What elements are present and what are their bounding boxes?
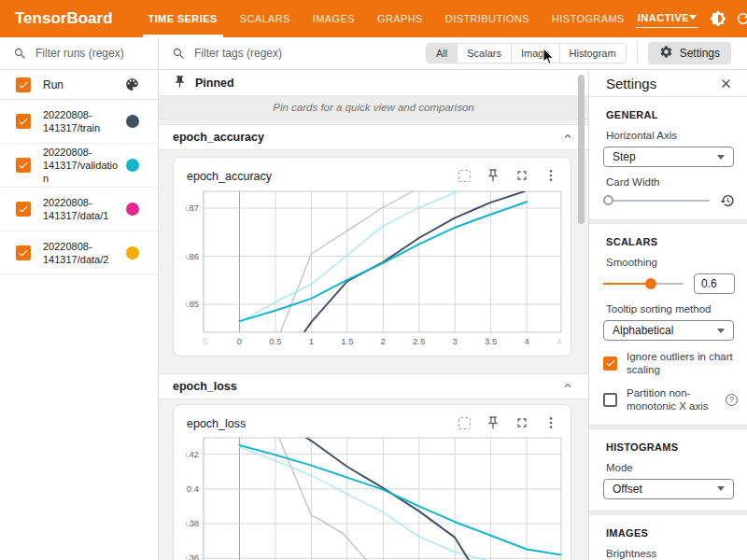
run-list: 20220808-141317/train20220808-141317/val… <box>0 100 158 275</box>
svg-text:2: 2 <box>381 336 386 346</box>
mode-label: Mode <box>606 462 730 473</box>
status-dropdown[interactable]: INACTIVE <box>636 10 698 28</box>
run-list-item: 20220808-141317/validation <box>0 144 158 188</box>
settings-button[interactable]: Settings <box>648 42 731 64</box>
filter-scalars-button[interactable]: Scalars <box>457 44 511 63</box>
pinned-empty-message: Pin cards for a quick view and compariso… <box>159 96 588 119</box>
tab-histograms[interactable]: HISTOGRAMS <box>541 0 636 37</box>
run-color-dot <box>126 246 139 259</box>
chevron-up-icon[interactable] <box>561 130 574 146</box>
settings-heading-histograms: HISTOGRAMS <box>606 441 747 453</box>
pin-card-icon[interactable] <box>486 415 500 430</box>
partition-non-monotonic-x-axis-label: Partition non-monotonic X axis <box>627 386 721 413</box>
svg-text:0.42: 0.42 <box>186 449 199 459</box>
tensorboard-logo: TensorBoard <box>15 9 113 28</box>
more-options-icon[interactable] <box>543 168 558 183</box>
mode-select[interactable]: Offset <box>603 479 734 499</box>
smoothing-slider[interactable] <box>603 277 684 290</box>
run-checkbox[interactable] <box>16 158 31 173</box>
section-epoch-accuracy[interactable]: epoch_accuracy <box>159 124 588 150</box>
svg-text:3.5: 3.5 <box>485 336 497 346</box>
smoothing-row <box>603 273 735 294</box>
settings-panel: Settings GENERALHorizontal AxisStepCard … <box>588 70 747 560</box>
slider-thumb[interactable] <box>603 195 613 205</box>
tab-graphs[interactable]: GRAPHS <box>366 0 434 37</box>
svg-text:0.86: 0.86 <box>186 251 199 261</box>
pin-icon <box>173 75 187 91</box>
chevron-down-icon <box>689 15 697 20</box>
fit-domain-icon[interactable] <box>457 168 472 183</box>
cards-content: Pinned Pin cards for a quick view and co… <box>159 70 588 560</box>
run-name: 20220808-141317/train <box>43 108 120 135</box>
help-icon[interactable]: ? <box>726 394 738 406</box>
vertical-scrollbar[interactable] <box>578 75 585 224</box>
ignore-outliers-in-chart-scaling-row: Ignore outliers in chart scaling <box>603 350 738 377</box>
tag-filter-input[interactable] <box>194 47 381 60</box>
epoch-accuracy-chart[interactable]: 0.850.860.8700.511.522.533.5454 <box>186 186 571 352</box>
svg-text:1: 1 <box>309 336 314 346</box>
svg-text:0.36: 0.36 <box>186 553 199 560</box>
tab-distributions[interactable]: DISTRIBUTIONS <box>434 0 541 37</box>
filter-all-button[interactable]: All <box>427 44 457 63</box>
pinned-title: Pinned <box>195 77 234 90</box>
svg-text:0.87: 0.87 <box>186 203 199 213</box>
tooltip-sorting-method-select[interactable]: Alphabetical <box>603 320 734 341</box>
toolbar-divider <box>637 42 638 64</box>
dark-mode-icon[interactable] <box>710 10 726 27</box>
smoothing-value-input[interactable] <box>694 273 735 294</box>
settings-heading-scalars: SCALARS <box>606 236 747 247</box>
run-color-dot <box>126 115 139 128</box>
run-name: 20220808-141317/data/2 <box>43 240 120 267</box>
horizontal-axis-select[interactable]: Step <box>603 147 734 167</box>
tag-type-filter-group: AllScalarsImageHistogram <box>426 43 627 63</box>
filter-image-button[interactable]: Image <box>511 44 559 63</box>
run-checkbox[interactable] <box>16 245 31 260</box>
palette-icon[interactable] <box>124 77 140 92</box>
chevron-down-icon <box>717 486 725 491</box>
section-epoch-loss[interactable]: epoch_loss <box>159 373 588 399</box>
svg-text:4: 4 <box>524 336 529 346</box>
fullscreen-icon[interactable] <box>514 168 529 183</box>
filter-histogram-button[interactable]: Histogram <box>559 44 626 63</box>
svg-text:1.5: 1.5 <box>341 336 353 346</box>
card-actions <box>457 415 558 430</box>
mode-value: Offset <box>613 483 642 496</box>
main-nav: TIME SERIESSCALARSIMAGESGRAPHSDISTRIBUTI… <box>137 0 636 37</box>
slider-thumb[interactable] <box>645 278 656 289</box>
section-divider <box>589 219 747 224</box>
fit-domain-icon[interactable] <box>457 415 472 430</box>
partition-non-monotonic-x-axis-checkbox[interactable] <box>603 393 617 407</box>
slider-fill <box>603 283 651 285</box>
header-icons <box>710 10 747 27</box>
card-width-slider[interactable] <box>603 194 710 207</box>
more-options-icon[interactable] <box>543 415 558 430</box>
tab-time-series[interactable]: TIME SERIES <box>137 0 229 37</box>
refresh-icon[interactable] <box>735 10 747 27</box>
brightness-label: Brightness <box>606 548 730 559</box>
svg-text:4: 4 <box>557 336 561 346</box>
run-checkbox[interactable] <box>16 114 31 129</box>
svg-text:0.38: 0.38 <box>186 518 199 528</box>
run-filter-input[interactable] <box>35 47 146 60</box>
tag-toolbar: AllScalarsImageHistogram Settings <box>159 37 747 70</box>
run-color-dot <box>126 159 139 172</box>
svg-text:0.85: 0.85 <box>186 299 199 309</box>
pin-card-icon[interactable] <box>486 168 500 183</box>
epoch-loss-chart[interactable]: 0.420.40.380.36 <box>186 437 571 560</box>
close-icon[interactable] <box>719 77 733 91</box>
tab-images[interactable]: IMAGES <box>302 0 366 37</box>
run-filter-row <box>0 37 158 70</box>
run-checkbox[interactable] <box>16 202 31 217</box>
reset-icon[interactable] <box>720 193 735 208</box>
status-value: INACTIVE <box>638 12 689 23</box>
pinned-section-header: Pinned <box>159 70 588 96</box>
tab-scalars[interactable]: SCALARS <box>229 0 302 37</box>
section-divider <box>589 425 747 429</box>
run-list-header: Run <box>0 70 158 100</box>
settings-title: Settings <box>606 76 656 91</box>
fullscreen-icon[interactable] <box>514 415 529 430</box>
tooltip-sorting-method-label: Tooltip sorting method <box>606 303 730 315</box>
ignore-outliers-in-chart-scaling-checkbox[interactable] <box>603 357 617 371</box>
chevron-up-icon[interactable] <box>561 379 574 395</box>
select-all-runs-checkbox[interactable] <box>16 77 31 92</box>
